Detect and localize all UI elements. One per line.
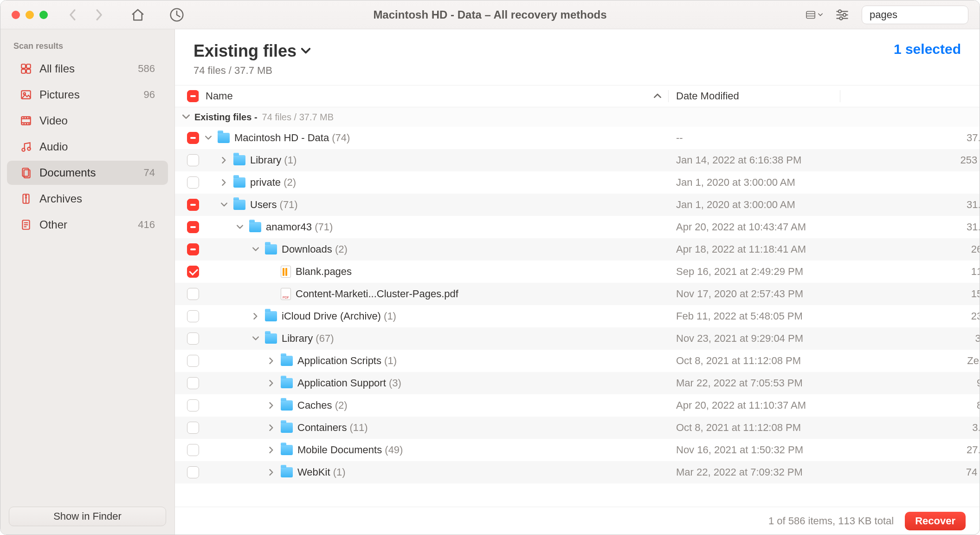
name-cell: private (2) xyxy=(199,176,669,189)
row-checkbox-cell[interactable] xyxy=(175,288,199,300)
disclosure-button[interactable] xyxy=(251,312,260,321)
disclosure-button[interactable] xyxy=(267,356,276,365)
row-checkbox-cell[interactable] xyxy=(175,310,199,322)
filter-settings-button[interactable] xyxy=(834,7,851,23)
fullscreen-window-button[interactable] xyxy=(39,11,48,19)
file-row[interactable]: Users (71)Jan 1, 2020 at 3:00:00 AM31.7 … xyxy=(175,194,980,216)
row-checkbox-cell[interactable] xyxy=(175,199,199,211)
back-button[interactable] xyxy=(64,7,81,23)
row-checkbox[interactable] xyxy=(187,132,199,144)
row-checkbox[interactable] xyxy=(187,377,199,389)
file-row[interactable]: Mobile Documents (49)Nov 16, 2021 at 1:5… xyxy=(175,439,980,461)
row-checkbox[interactable] xyxy=(187,399,199,411)
row-checkbox[interactable] xyxy=(187,288,199,300)
row-checkbox-cell[interactable] xyxy=(175,444,199,456)
row-checkbox[interactable] xyxy=(187,355,199,367)
row-checkbox-cell[interactable] xyxy=(175,333,199,345)
row-checkbox[interactable] xyxy=(187,221,199,233)
date-cell: Nov 23, 2021 at 9:29:04 PM xyxy=(669,333,840,345)
disclosure-button[interactable] xyxy=(267,468,276,477)
sidebar-item-label: Pictures xyxy=(39,88,136,101)
disclosure-button[interactable] xyxy=(267,378,276,388)
sidebar-item-archives[interactable]: Archives xyxy=(7,187,168,211)
row-checkbox[interactable] xyxy=(187,333,199,345)
row-checkbox-cell[interactable] xyxy=(175,132,199,144)
file-row[interactable]: WebKit (1)Mar 22, 2022 at 7:09:32 PM74 b… xyxy=(175,461,980,483)
file-row[interactable]: Application Scripts (1)Oct 8, 2021 at 11… xyxy=(175,350,980,372)
show-in-finder-button[interactable]: Show in Finder xyxy=(9,507,166,526)
disclosure-button[interactable] xyxy=(267,423,276,432)
sidebar-item-pictures[interactable]: Pictures 96 xyxy=(7,83,168,107)
search-input[interactable] xyxy=(870,9,980,21)
file-row[interactable]: Caches (2)Apr 20, 2022 at 11:10:37 AM86 … xyxy=(175,394,980,417)
row-checkbox[interactable] xyxy=(187,154,199,166)
row-checkbox-cell[interactable] xyxy=(175,221,199,233)
disclosure-button[interactable] xyxy=(251,334,260,343)
row-checkbox-cell[interactable] xyxy=(175,176,199,189)
disclosure-button[interactable] xyxy=(219,200,229,209)
disclosure-button[interactable] xyxy=(267,445,276,455)
file-row[interactable]: anamor43 (71)Apr 20, 2022 at 10:43:47 AM… xyxy=(175,216,980,238)
close-window-button[interactable] xyxy=(12,11,20,19)
minimize-window-button[interactable] xyxy=(26,11,34,19)
home-button[interactable] xyxy=(129,7,146,23)
row-checkbox-cell[interactable] xyxy=(175,266,199,278)
selection-summary[interactable]: 1 selected xyxy=(894,41,961,57)
search-field[interactable] xyxy=(862,6,968,24)
column-header-name[interactable]: Name xyxy=(199,85,669,107)
group-header[interactable]: Existing files - 74 files / 37.7 MB xyxy=(175,107,980,127)
disclosure-button[interactable] xyxy=(204,133,213,143)
disclosure-button[interactable] xyxy=(251,245,260,254)
folder-icon xyxy=(265,333,277,344)
row-checkbox[interactable] xyxy=(187,310,199,322)
row-checkbox-cell[interactable] xyxy=(175,422,199,434)
row-checkbox-cell[interactable] xyxy=(175,154,199,166)
view-mode-button[interactable] xyxy=(806,7,823,23)
history-button[interactable] xyxy=(168,7,185,23)
file-name: iCloud Drive (Archive) (1) xyxy=(282,310,396,322)
disclosure-button[interactable] xyxy=(219,156,229,165)
header-checkbox[interactable] xyxy=(187,90,199,102)
file-row[interactable]: Macintosh HD - Data (74)--37.7 MBFolder xyxy=(175,127,980,149)
sidebar-item-other[interactable]: Other 416 xyxy=(7,213,168,237)
file-row[interactable]: iCloud Drive (Archive) (1)Feb 11, 2022 a… xyxy=(175,305,980,327)
file-row[interactable]: Library (67)Nov 23, 2021 at 9:29:04 PM31… xyxy=(175,327,980,350)
main-title-button[interactable]: Existing files xyxy=(193,41,310,61)
row-checkbox-cell[interactable] xyxy=(175,355,199,367)
file-row[interactable]: Downloads (2)Apr 18, 2022 at 11:18:41 AM… xyxy=(175,238,980,261)
disclosure-button[interactable] xyxy=(235,222,245,232)
size-cell: 253 bytes xyxy=(840,154,980,166)
row-checkbox-cell[interactable] xyxy=(175,399,199,411)
recover-button[interactable]: Recover xyxy=(905,512,966,530)
column-header-size[interactable]: Size xyxy=(840,85,980,107)
row-checkbox-cell[interactable] xyxy=(175,466,199,478)
file-row[interactable]: private (2)Jan 1, 2020 at 3:00:00 AM6 MB… xyxy=(175,171,980,194)
file-name: WebKit (1) xyxy=(297,466,346,478)
sidebar-item-label: Audio xyxy=(39,140,148,153)
disclosure-button[interactable] xyxy=(219,178,229,187)
file-row[interactable]: Blank.pages Sep 16, 2021 at 2:49:29 PM11… xyxy=(175,261,980,283)
row-checkbox[interactable] xyxy=(187,444,199,456)
row-checkbox[interactable] xyxy=(187,243,199,255)
column-header-date[interactable]: Date Modified xyxy=(669,85,840,107)
sidebar-item-audio[interactable]: Audio xyxy=(7,135,168,159)
chevron-down-icon xyxy=(301,48,310,54)
row-checkbox[interactable] xyxy=(187,199,199,211)
file-row[interactable]: Library (1)Jan 14, 2022 at 6:16:38 PM253… xyxy=(175,149,980,171)
file-row[interactable]: Containers (11)Oct 8, 2021 at 11:12:08 P… xyxy=(175,417,980,439)
row-checkbox-cell[interactable] xyxy=(175,243,199,255)
row-checkbox[interactable] xyxy=(187,266,199,278)
forward-button[interactable] xyxy=(90,7,107,23)
sidebar-item-documents[interactable]: Documents 74 xyxy=(7,161,168,185)
file-row[interactable]: Content-Marketi...Cluster-Pages.pdf Nov … xyxy=(175,283,980,305)
disclosure-button[interactable] xyxy=(267,401,276,410)
file-row[interactable]: Application Support (3)Mar 22, 2022 at 7… xyxy=(175,372,980,394)
row-checkbox-cell[interactable] xyxy=(175,377,199,389)
sidebar-item-video[interactable]: Video xyxy=(7,109,168,133)
size-cell: 31.7 MB xyxy=(840,221,980,233)
row-checkbox[interactable] xyxy=(187,176,199,189)
sidebar-item-all-files[interactable]: All files 586 xyxy=(7,57,168,81)
column-header-checkbox[interactable] xyxy=(175,85,199,107)
row-checkbox[interactable] xyxy=(187,422,199,434)
row-checkbox[interactable] xyxy=(187,466,199,478)
